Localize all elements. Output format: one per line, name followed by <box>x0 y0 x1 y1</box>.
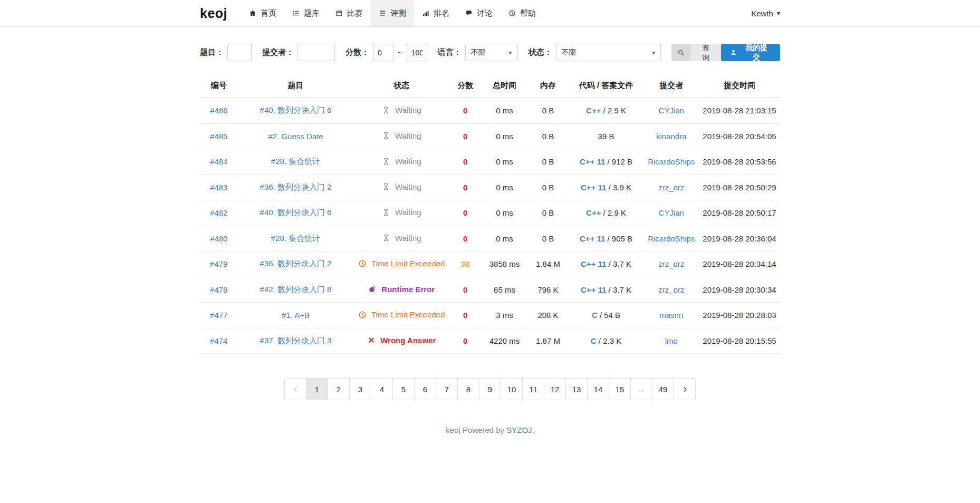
status-select[interactable]: 不限 ▾ <box>556 44 661 61</box>
problem-link[interactable]: #28. 集合统计 <box>271 234 320 243</box>
submission-id-link[interactable]: #483 <box>210 183 227 192</box>
page-button-13[interactable]: 13 <box>565 378 588 400</box>
submitter-link[interactable]: lmo <box>665 336 678 345</box>
submission-id-link[interactable]: #480 <box>210 234 227 243</box>
nav-item-ranklist[interactable]: 排名 <box>414 0 457 26</box>
nav-item-problems[interactable]: 题库 <box>284 0 328 26</box>
problem-link[interactable]: #40. 数列分块入门 6 <box>260 105 332 114</box>
submitter-link[interactable]: zrz_orz <box>658 183 684 192</box>
page-button-14[interactable]: 14 <box>587 378 609 400</box>
submission-id-link[interactable]: #478 <box>210 285 227 294</box>
submission-id-link[interactable]: #477 <box>210 311 227 320</box>
page-button-5[interactable]: 5 <box>392 378 415 400</box>
code-lang-link[interactable]: C++ 11 <box>581 285 606 294</box>
nav-item-judge[interactable]: 评测 <box>371 0 414 26</box>
nav-item-contests[interactable]: 比赛 <box>328 0 371 26</box>
submission-id-link[interactable]: #482 <box>210 208 227 217</box>
logo[interactable]: keoj <box>200 0 227 26</box>
submitter-link[interactable]: CYJian <box>659 106 684 115</box>
problem-link[interactable]: #1. A+B <box>282 311 310 320</box>
total-time: 0 ms <box>482 149 528 175</box>
submitter-link[interactable]: kinandra <box>656 132 687 141</box>
my-submissions-button[interactable]: 我的提交 <box>721 44 780 61</box>
code-lang-link[interactable]: C++ 11 <box>581 183 606 192</box>
code-lang-link[interactable]: C++ 11 <box>580 157 605 166</box>
status-label: Waiting <box>395 234 421 243</box>
nav-item-discussion[interactable]: 讨论 <box>457 0 501 26</box>
problem-link[interactable]: #42. 数列分块入门 8 <box>260 285 332 294</box>
query-button[interactable]: 查询 <box>690 44 721 61</box>
problem-link[interactable]: #28. 集合统计 <box>271 157 320 166</box>
problem-link[interactable]: #40. 数列分块入门 6 <box>260 208 332 217</box>
score-value: 0 <box>463 106 467 115</box>
code-lang-link[interactable]: C++ <box>586 208 601 217</box>
page-button-6[interactable]: 6 <box>414 378 436 400</box>
code-lang-link[interactable]: C++ 11 <box>580 234 605 243</box>
submitter-filter-input[interactable] <box>297 44 335 61</box>
language-filter-label: 语言： <box>438 47 462 57</box>
code-size: / 3.9 K <box>606 183 631 192</box>
language-select[interactable]: 不限 ▾ <box>465 44 518 61</box>
score-max-input[interactable] <box>407 44 427 61</box>
problem-link[interactable]: #2. Guess Date <box>268 132 323 141</box>
code-lang-link[interactable]: C++ <box>586 106 601 115</box>
submit-time: 2019-08-28 20:28:03 <box>699 303 780 328</box>
table-header-row: 编号题目状态分数总时间内存代码 / 答案文件提交者提交时间 <box>200 74 780 98</box>
page-button-12[interactable]: 12 <box>544 378 566 400</box>
column-header: 分数 <box>449 74 482 98</box>
submission-id-link[interactable]: #484 <box>210 157 227 166</box>
submission-id-link[interactable]: #485 <box>210 132 227 141</box>
page-button-49[interactable]: 49 <box>652 378 674 400</box>
user-menu[interactable]: Kewth ▾ <box>751 0 780 26</box>
code-lang-link[interactable]: C <box>591 336 597 345</box>
page-button-4[interactable]: 4 <box>371 378 393 400</box>
search-button[interactable] <box>671 44 690 61</box>
submitter-link[interactable]: zrz_orz <box>658 285 684 294</box>
nav-item-help[interactable]: ?帮助 <box>501 0 544 26</box>
problem-filter-input[interactable] <box>227 44 252 61</box>
problem-link[interactable]: #36. 数列分块入门 2 <box>260 259 332 268</box>
page-button-11[interactable]: 11 <box>522 378 544 400</box>
submitter-link[interactable]: zrz_orz <box>658 259 684 268</box>
calendar-icon <box>335 9 343 17</box>
code-cell: C++ 11 / 905 B <box>569 226 644 252</box>
submission-id-link[interactable]: #479 <box>210 259 227 268</box>
submission-id-link[interactable]: #474 <box>210 336 227 345</box>
code-lang-link[interactable]: C <box>592 311 598 320</box>
nav-item-home[interactable]: 首页 <box>241 0 284 26</box>
next-page-button[interactable] <box>674 378 696 400</box>
clock-icon <box>358 311 367 319</box>
submitter-link[interactable]: RicardoShips <box>648 234 695 243</box>
submitter-link[interactable]: CYJian <box>659 208 684 217</box>
status-badge: Waiting <box>382 182 421 191</box>
score-min-input[interactable] <box>373 44 393 61</box>
chevron-right-icon <box>681 386 688 393</box>
hourglass-icon <box>382 208 390 217</box>
page-button-2[interactable]: 2 <box>328 378 350 400</box>
status-label: Waiting <box>395 131 421 140</box>
page-button-1[interactable]: 1 <box>306 378 328 400</box>
code-size: / 2.9 K <box>601 106 626 115</box>
search-icon <box>677 49 685 56</box>
problem-link[interactable]: #37. 数列分块入门 3 <box>260 336 332 345</box>
syzoj-link[interactable]: SYZOJ <box>506 425 532 434</box>
page-button-7[interactable]: 7 <box>436 378 458 400</box>
memory: 796 K <box>528 277 569 303</box>
submitter-link[interactable]: masnn <box>659 311 683 320</box>
column-header: 题目 <box>238 74 354 98</box>
page-button-3[interactable]: 3 <box>349 378 371 400</box>
page-button-15[interactable]: 15 <box>609 378 631 400</box>
score-value: 0 <box>463 183 467 192</box>
column-header: 状态 <box>354 74 450 98</box>
page-button-9[interactable]: 9 <box>479 378 501 400</box>
problem-link[interactable]: #36. 数列分块入门 2 <box>260 182 332 191</box>
code-lang-link[interactable]: C++ 11 <box>581 259 606 268</box>
cross-icon <box>367 336 376 344</box>
prev-page-button[interactable] <box>284 378 306 400</box>
submitter-link[interactable]: RicardoShips <box>648 157 695 166</box>
code-cell: C++ 11 / 3.7 K <box>569 277 644 303</box>
page-button-10[interactable]: 10 <box>501 378 523 400</box>
page-button-8[interactable]: 8 <box>457 378 479 400</box>
status-badge: Waiting <box>382 105 421 114</box>
submission-id-link[interactable]: #486 <box>210 106 227 115</box>
